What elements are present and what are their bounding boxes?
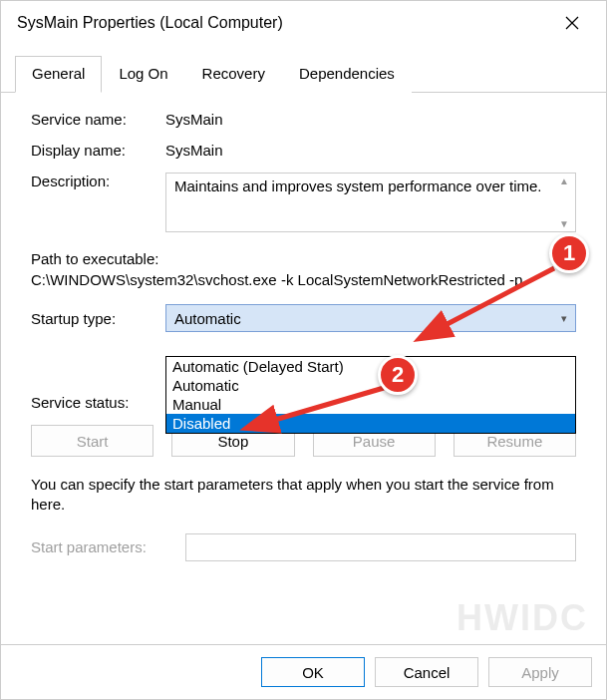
service-name-value: SysMain [165, 111, 576, 128]
display-name-label: Display name: [31, 142, 165, 159]
titlebar: SysMain Properties (Local Computer) [1, 1, 606, 47]
display-name-value: SysMain [165, 142, 576, 159]
dialog-button-bar: OK Cancel Apply [1, 644, 606, 699]
tab-bar: General Log On Recovery Dependencies [1, 55, 606, 93]
tab-recovery[interactable]: Recovery [185, 56, 282, 93]
annotation-badge-2: 2 [378, 355, 418, 395]
hint-text: You can specify the start parameters tha… [31, 475, 576, 516]
close-button[interactable] [552, 9, 592, 37]
description-scrollbar[interactable]: ▲ ▼ [559, 175, 573, 229]
start-button[interactable]: Start [31, 425, 153, 457]
apply-button[interactable]: Apply [488, 657, 592, 687]
properties-dialog: SysMain Properties (Local Computer) Gene… [0, 0, 607, 700]
startup-type-dropdown: Automatic (Delayed Start) Automatic Manu… [165, 356, 576, 434]
start-parameters-input [185, 533, 576, 561]
path-value: C:\WINDOWS\system32\svchost.exe -k Local… [31, 271, 576, 288]
startup-type-selected: Automatic [174, 310, 241, 327]
description-text: Maintains and improves system performanc… [174, 177, 541, 194]
start-parameters-label: Start parameters: [31, 538, 185, 555]
option-automatic-delayed[interactable]: Automatic (Delayed Start) [166, 357, 575, 376]
service-name-label: Service name: [31, 111, 165, 128]
description-box: Maintains and improves system performanc… [165, 173, 576, 232]
service-status-label: Service status: [31, 394, 165, 411]
chevron-down-icon: ▾ [561, 312, 567, 325]
ok-button[interactable]: OK [261, 657, 365, 687]
option-automatic[interactable]: Automatic [166, 376, 575, 395]
startup-type-select[interactable]: Automatic ▾ [165, 304, 576, 332]
close-icon [565, 16, 579, 30]
startup-type-label: Startup type: [31, 310, 165, 327]
tab-dependencies[interactable]: Dependencies [282, 56, 412, 93]
watermark: HWIDC [456, 597, 588, 639]
option-manual[interactable]: Manual [166, 395, 575, 414]
window-title: SysMain Properties (Local Computer) [17, 14, 283, 32]
tab-general[interactable]: General [15, 56, 102, 93]
option-disabled[interactable]: Disabled [166, 414, 575, 433]
tab-log-on[interactable]: Log On [102, 56, 184, 93]
description-label: Description: [31, 173, 165, 189]
path-label: Path to executable: [31, 250, 576, 267]
cancel-button[interactable]: Cancel [375, 657, 478, 687]
annotation-badge-1: 1 [549, 233, 589, 273]
scroll-down-icon: ▼ [559, 218, 573, 229]
tab-content: Service name: SysMain Display name: SysM… [1, 93, 606, 571]
scroll-up-icon: ▲ [559, 175, 573, 186]
